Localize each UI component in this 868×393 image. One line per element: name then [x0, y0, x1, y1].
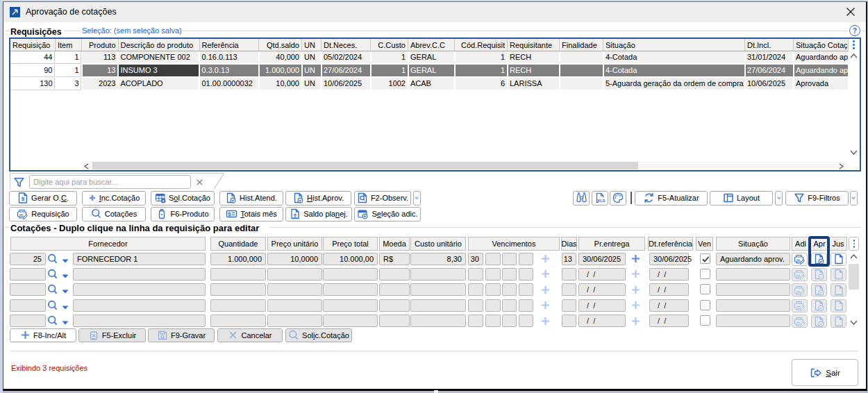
svg-text:$: $	[228, 211, 231, 217]
svg-text:$: $	[22, 196, 25, 202]
svg-text:XLS: XLS	[596, 199, 605, 203]
